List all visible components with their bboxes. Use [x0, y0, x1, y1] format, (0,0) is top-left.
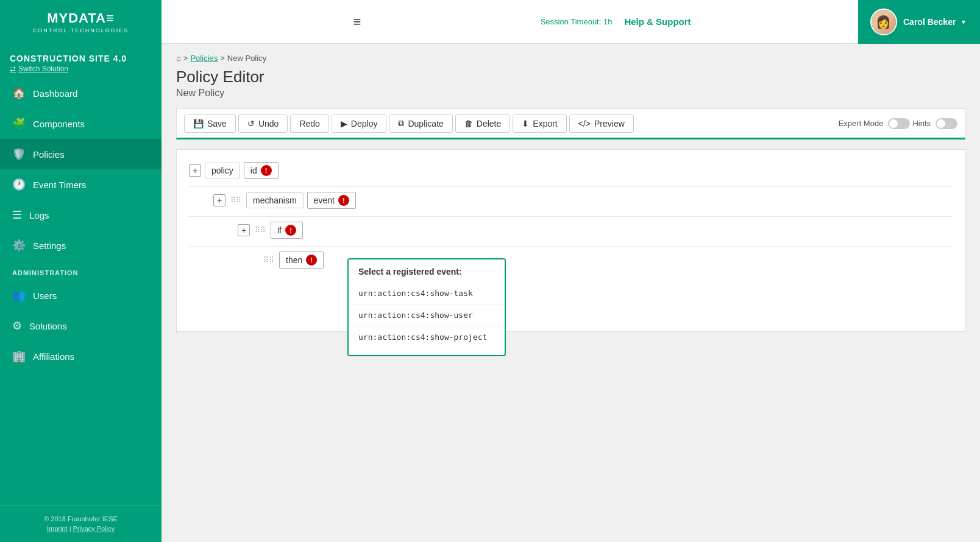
editor-canvas: + policy id ! + ⠿⠿ mechanism: [176, 149, 965, 332]
export-icon: ⬇: [522, 119, 529, 128]
sidebar-item-solutions[interactable]: ⚙ Solutions: [0, 311, 162, 341]
hints-toggle-group: Hints: [912, 118, 957, 129]
hints-toggle[interactable]: [936, 118, 957, 129]
logo-sub: CONTROL TECHNOLOGIES: [33, 27, 129, 33]
dropdown-title: Select a registered event:: [349, 267, 505, 283]
event-dropdown: Select a registered event: urn:action:cs…: [347, 258, 506, 356]
deploy-label: Deploy: [351, 119, 378, 128]
then-tag[interactable]: then !: [279, 252, 324, 269]
sidebar-item-policies[interactable]: 🛡️ Policies: [0, 139, 162, 169]
id-error-badge: !: [261, 165, 272, 176]
policy-label: policy: [211, 166, 233, 175]
dashboard-icon: 🏠: [12, 86, 26, 100]
breadcrumb-policies-link[interactable]: Policies: [190, 54, 218, 63]
event-error-badge: !: [338, 195, 349, 206]
sidebar-footer: © 2018 Fraunhofer IESE Imprint | Privacy…: [0, 505, 162, 542]
sidebar-item-label: Settings: [33, 241, 66, 251]
mechanism-tag[interactable]: mechanism: [246, 192, 304, 208]
sidebar-item-settings[interactable]: ⚙️ Settings: [0, 230, 162, 261]
policy-id-tag[interactable]: id !: [244, 162, 279, 179]
if-expand-btn[interactable]: +: [238, 224, 250, 236]
policy-expand-btn[interactable]: +: [189, 164, 201, 177]
help-support-link[interactable]: Help & Support: [624, 16, 691, 27]
sidebar-item-label: Solutions: [29, 321, 67, 331]
event-tag[interactable]: event !: [307, 192, 356, 209]
logs-icon: ☰: [12, 208, 22, 222]
event-timers-icon: 🕐: [12, 178, 26, 191]
users-icon: 👥: [12, 289, 26, 302]
components-icon: 🧩: [12, 117, 26, 130]
solutions-icon: ⚙: [12, 319, 22, 333]
sidebar: CONSTRUCTION SITE 4.0 ⇄ Switch Solution …: [0, 44, 162, 542]
mechanism-drag-handle[interactable]: ⠿⠿: [229, 196, 243, 205]
event-label: event: [314, 195, 335, 205]
sidebar-item-label: Components: [33, 119, 85, 129]
sidebar-item-users[interactable]: 👥 Users: [0, 280, 162, 311]
policy-tag[interactable]: policy: [205, 163, 240, 178]
duplicate-button[interactable]: ⧉ Duplicate: [389, 114, 452, 133]
preview-label: Preview: [594, 119, 625, 128]
user-menu[interactable]: 👩 Carol Becker ▾: [858, 0, 980, 44]
switch-solution-link[interactable]: ⇄ Switch Solution: [10, 65, 152, 73]
deploy-button[interactable]: ▶ Deploy: [332, 114, 387, 133]
page-title: Policy Editor: [176, 68, 965, 86]
event-option-show-project[interactable]: urn:action:cs4:show-project: [349, 326, 505, 348]
hints-label: Hints: [912, 119, 931, 128]
sidebar-item-label: Affiliations: [33, 351, 74, 362]
breadcrumb-sep2: >: [220, 54, 225, 63]
sidebar-nav: 🏠 Dashboard 🧩 Components 🛡️ Policies 🕐 E…: [0, 78, 162, 505]
imprint-link[interactable]: Imprint: [47, 525, 68, 532]
policy-row-policy: + policy id !: [189, 162, 953, 179]
sidebar-item-dashboard[interactable]: 🏠 Dashboard: [0, 78, 162, 108]
breadcrumb-current: New Policy: [227, 54, 266, 63]
if-row: + ⠿⠿ if ! Select a registered event: urn…: [238, 222, 953, 239]
redo-button[interactable]: Redo: [290, 114, 328, 133]
redo-label: Redo: [299, 119, 319, 128]
sidebar-brand: CONSTRUCTION SITE 4.0 ⇄ Switch Solution: [0, 44, 162, 78]
logo-area: MYDATA≡ CONTROL TECHNOLOGIES: [0, 0, 162, 44]
undo-button[interactable]: ↺ Undo: [238, 114, 288, 133]
undo-label: Undo: [258, 119, 279, 128]
export-button[interactable]: ⬇ Export: [513, 114, 566, 133]
event-option-show-task[interactable]: urn:action:cs4:show-task: [349, 283, 505, 304]
expert-mode-label: Expert Mode: [839, 119, 884, 128]
expert-mode-toggle[interactable]: [888, 118, 910, 129]
deploy-icon: ▶: [341, 119, 347, 128]
save-button[interactable]: 💾 Save: [184, 114, 236, 133]
avatar: 👩: [870, 9, 897, 35]
event-option-show-user[interactable]: urn:action:cs4:show-user: [349, 304, 505, 326]
preview-button[interactable]: </> Preview: [569, 114, 634, 133]
main-content: ⌂ > Policies > New Policy Policy Editor …: [162, 44, 980, 542]
user-name: Carol Becker: [903, 17, 956, 27]
breadcrumb: ⌂ > Policies > New Policy: [176, 54, 965, 63]
page-subtitle: New Policy: [176, 88, 965, 99]
sidebar-item-components[interactable]: 🧩 Components: [0, 108, 162, 139]
breadcrumb-sep1: >: [183, 54, 188, 63]
mechanism-row: + ⠿⠿ mechanism event !: [213, 192, 953, 209]
admin-section-title: ADMINISTRATION: [0, 261, 162, 280]
sidebar-item-label: Policies: [33, 149, 65, 160]
toolbar: 💾 Save ↺ Undo Redo ▶ Deploy ⧉ Duplicate: [176, 108, 965, 139]
id-label: id: [250, 166, 257, 175]
sidebar-item-label: Dashboard: [33, 88, 77, 99]
if-tag[interactable]: if !: [271, 222, 303, 239]
delete-button[interactable]: 🗑 Delete: [455, 114, 510, 133]
session-timeout: Session Timeout: 1h: [541, 17, 612, 26]
then-label: then: [286, 255, 302, 265]
avatar-img: 👩: [872, 10, 896, 34]
mechanism-expand-btn[interactable]: +: [213, 194, 225, 206]
sidebar-item-affiliations[interactable]: 🏢 Affiliations: [0, 341, 162, 371]
delete-label: Delete: [477, 119, 501, 128]
affiliations-icon: 🏢: [12, 350, 26, 363]
mechanism-label: mechanism: [253, 195, 297, 205]
hamburger-menu[interactable]: ≡: [341, 14, 373, 30]
if-error-badge: !: [285, 225, 296, 236]
breadcrumb-home-icon[interactable]: ⌂: [176, 54, 181, 63]
export-label: Export: [533, 119, 557, 128]
sidebar-item-logs[interactable]: ☰ Logs: [0, 200, 162, 230]
privacy-link[interactable]: Privacy Policy: [73, 525, 115, 532]
then-drag-handle[interactable]: ⠿⠿: [262, 256, 275, 264]
sidebar-item-label: Logs: [29, 210, 49, 220]
sidebar-item-event-timers[interactable]: 🕐 Event Timers: [0, 169, 162, 200]
if-drag-handle[interactable]: ⠿⠿: [254, 226, 267, 234]
